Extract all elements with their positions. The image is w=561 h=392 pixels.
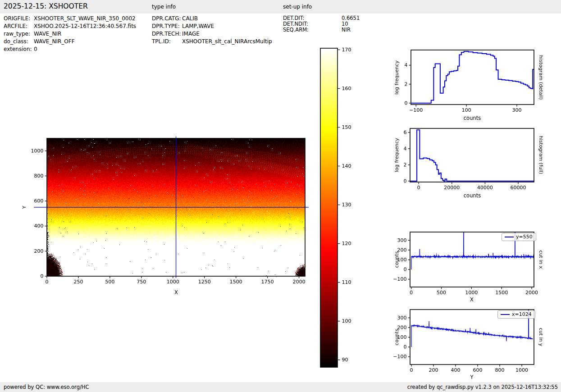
origfile-value: XSHOOTER_SLT_WAVE_NIR_350_0002 [34,15,136,22]
hist-detail-yaxis-title: log frequency [394,60,400,94]
dpr-type-value: LAMP,WAVE [182,23,214,29]
cut-x-legend-label: y=550 [516,234,533,240]
arcfile-value: XSHOO.2025-12-16T12:36:40.567.fits [34,23,136,29]
cut-x-side-label: cut in x [538,251,544,269]
footer-powered-by: powered by QC: www.eso.org/HC [4,384,89,390]
legend-line-sample [505,237,514,237]
cut-x-yaxis-title: counts [394,251,400,268]
hist-full-side-label: histogram (full) [538,136,544,174]
header-bar: 2025-12-15: XSHOOTER type info set-up in… [0,0,561,14]
qc-report-page: 2025-12-15: XSHOOTER type info set-up in… [0,0,561,392]
arcfile-label: ARCFILE: [4,23,27,29]
histogram-full-plot [388,122,561,202]
seq-arm-label: SEQ.ARM: [283,27,309,33]
det-dit-label: DET.DIT: [283,15,304,21]
dpr-catg-value: CALIB [182,15,198,22]
dpr-tech-label: DPR.TECH: [152,31,181,37]
footer-created-by: created by qc_rawdisp.py v1.2.3 on 2025-… [407,384,558,390]
cut-y-xaxis-title: Y [470,374,473,380]
extension-value: 0 [34,46,37,52]
type-info-header: type info [152,4,176,10]
colorbar [315,43,367,372]
extension-label: extension: [4,46,32,52]
det-ndit-value: 10 [342,21,348,27]
setup-info-header: set-up info [283,4,312,10]
dpr-tech-value: IMAGE [182,31,200,37]
doclass-value: WAVE_NIR_OFF [34,38,75,45]
main-xaxis-title: X [174,289,178,296]
det-dit-value: 0.6651 [342,15,360,21]
footer-bar: powered by QC: www.eso.org/HC created by… [0,382,561,392]
hist-full-xaxis-title: counts [464,192,481,199]
cut-y-side-label: cut in y [538,328,544,346]
dpr-catg-label: DPR.CATG: [152,15,181,22]
hist-detail-xaxis-title: counts [464,115,481,121]
legend-line-sample [501,314,510,315]
page-title: 2025-12-15: XSHOOTER [4,2,88,10]
cut-y-legend-label: x=1024 [512,311,532,317]
cut-y-yaxis-title: counts [394,329,400,346]
rawtype-value: WAVE_NIR [34,31,61,37]
hist-detail-side-label: histogram (detail) [538,55,544,100]
dpr-type-label: DPR.TYPE: [152,23,180,29]
rawtype-label: raw_type: [4,31,30,37]
origfile-label: ORIGFILE: [4,15,30,22]
tpl-id-value: XSHOOTER_slt_cal_NIRArcsMultip [182,38,272,45]
histogram-detail-plot [388,44,561,124]
doclass-label: do_class: [4,38,28,45]
cut-x-legend: y=550 [502,233,536,241]
det-ndit-label: DET.NDIT: [283,21,308,27]
tpl-id-label: TPL.ID: [152,38,171,45]
cut-x-xaxis-title: X [470,296,474,303]
seq-arm-value: NIR [342,27,351,33]
raw-image-heatmap [18,130,315,302]
hist-full-yaxis-title: log frequency [394,138,400,172]
cut-y-legend: x=1024 [497,310,535,319]
main-yaxis-title: Y [22,206,27,209]
